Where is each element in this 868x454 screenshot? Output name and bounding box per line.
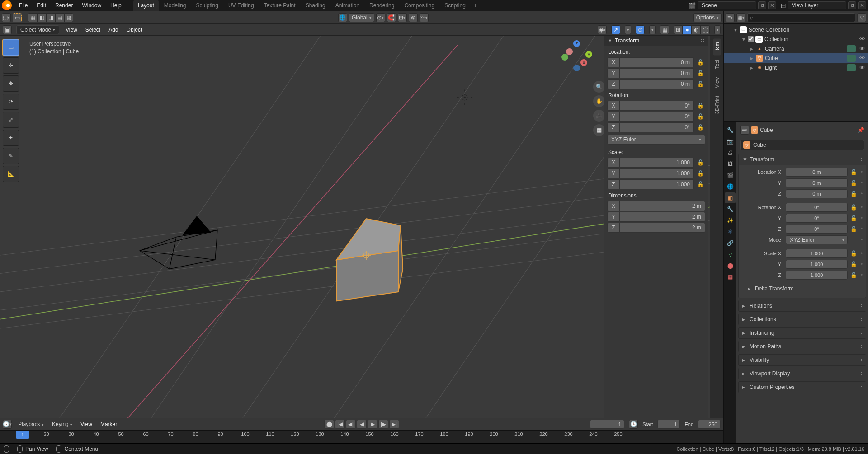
panel-header[interactable]: ▸Instancing∷ [739, 328, 866, 338]
object-name-input[interactable]: ▽Cube [740, 140, 864, 150]
prop-rot-y[interactable]: 0° [786, 214, 848, 223]
outliner-filter-icon[interactable]: ▽ [857, 13, 866, 22]
n-scl-z[interactable]: 1.000 [620, 179, 694, 189]
menu-help[interactable]: Help [106, 0, 126, 11]
tree-item-light[interactable]: ▸✺Light 👁 [724, 63, 868, 72]
lock-icon[interactable]: 🔓 [695, 181, 705, 187]
tool-select-box[interactable]: ▭ [3, 39, 19, 56]
tab-layout[interactable]: Layout [133, 0, 159, 11]
n-rotation-mode-dropdown[interactable]: XYZ Euler▾ [607, 135, 705, 145]
submenu-object[interactable]: Object [125, 26, 144, 34]
panel-header[interactable]: ▸Custom Properties∷ [739, 382, 866, 393]
lock-icon[interactable]: 🔓 [695, 159, 705, 166]
lock-icon[interactable]: 🔓 [695, 113, 705, 120]
outliner-display-mode-dropdown[interactable]: ▦▾ [736, 13, 745, 22]
ptab-object[interactable]: ◧ [725, 192, 736, 203]
prop-loc-y[interactable]: 0 m [786, 178, 848, 187]
next-keyframe-icon[interactable]: |▶ [378, 420, 388, 429]
playhead[interactable]: 1 [16, 431, 29, 439]
panel-header[interactable]: ▸Collections∷ [739, 314, 866, 325]
visibility-toggle-icon[interactable]: 👁 [859, 55, 865, 61]
prop-loc-z[interactable]: 0 m [786, 189, 848, 198]
ptab-data[interactable]: ▽ [725, 249, 736, 260]
outliner-search-input[interactable] [747, 13, 855, 22]
orientation-dropdown[interactable]: Global▾ [349, 13, 374, 22]
tool-annotate[interactable]: ✎ [3, 148, 19, 164]
play-reverse-icon[interactable]: ◀ [357, 420, 367, 429]
mode-dropdown[interactable]: Object Mode ▾ [16, 25, 59, 34]
gizmo-dd-icon[interactable]: ▾ [625, 25, 631, 34]
tool-move[interactable]: ✥ [3, 75, 19, 92]
proportional-falloff-dropdown-icon[interactable]: 〰▾ [420, 13, 429, 22]
submenu-view[interactable]: View [64, 26, 79, 34]
visibility-toggle-icon[interactable]: 👁 [859, 45, 865, 52]
lock-icon[interactable]: 🔓 [849, 250, 858, 257]
tab-modeling[interactable]: Modeling [160, 0, 191, 11]
shading-solid-icon[interactable]: ● [683, 25, 692, 34]
tab-add[interactable]: + [471, 0, 480, 11]
tab-rendering[interactable]: Rendering [365, 0, 399, 11]
tool-cursor[interactable]: ✛ [3, 57, 19, 74]
ptab-texture[interactable]: ▦ [725, 271, 736, 282]
show-overlays-icon[interactable]: ⊙ [636, 25, 645, 34]
tool-rotate[interactable]: ⟳ [3, 94, 19, 110]
n-tab-tool[interactable]: Tool [713, 56, 721, 72]
panel-transform-header[interactable]: ▼Transform∷ [739, 154, 866, 165]
menu-file[interactable]: File [14, 0, 32, 11]
prev-keyframe-icon[interactable]: ◀| [346, 420, 356, 429]
ptab-scene[interactable]: 🎬 [725, 170, 736, 181]
n-rot-x[interactable]: 0° [620, 101, 694, 111]
ptab-world[interactable]: 🌐 [725, 181, 736, 192]
tl-menu-marker[interactable]: Marker [99, 420, 119, 428]
ptab-material[interactable]: ⬤ [725, 260, 736, 271]
tl-menu-view[interactable]: View [79, 420, 94, 428]
viewlayer-delete-button[interactable]: ✕ [858, 1, 866, 9]
ptab-tool[interactable]: 🔧 [725, 125, 736, 136]
tab-uv-editing[interactable]: UV Editing [224, 0, 259, 11]
n-scl-x[interactable]: 1.000 [620, 158, 694, 168]
start-frame-input[interactable]: 1 [657, 420, 680, 429]
mode-icon[interactable]: ▣ [3, 25, 12, 34]
timeline-track[interactable]: 1 10203040506070809010011012013014015016… [0, 430, 723, 443]
show-gizmos-icon[interactable]: ↗ [611, 25, 620, 34]
ptab-constraint[interactable]: 🔗 [725, 238, 736, 248]
pin-icon[interactable]: 📌 [858, 127, 864, 133]
menu-edit[interactable]: Edit [32, 0, 51, 11]
pivot-dropdown-icon[interactable]: ⊙▾ [376, 13, 385, 22]
lock-icon[interactable]: 🔓 [695, 103, 705, 109]
editor-type-dropdown[interactable]: ⬚▾ [2, 13, 11, 22]
n-dim-z[interactable]: 2 m [620, 223, 705, 233]
properties-editor-type-dropdown[interactable]: ≡▾ [740, 126, 749, 135]
panel-header[interactable]: ▸Relations∷ [739, 300, 866, 311]
n-tab-view[interactable]: View [713, 74, 721, 92]
zoom-icon[interactable]: 🔍 [593, 81, 605, 93]
shading-rendered-icon[interactable]: ◯ [701, 25, 710, 34]
pan-icon[interactable]: ✋ [593, 95, 605, 107]
n-loc-y[interactable]: 0 m [620, 68, 694, 78]
lock-icon[interactable]: 🔓 [695, 81, 705, 87]
lock-icon[interactable]: 🔓 [849, 204, 858, 211]
snap-toggle-icon[interactable]: 🧲 [387, 13, 396, 22]
lock-icon[interactable]: 🔓 [695, 59, 705, 66]
visibility-toggle-icon[interactable]: 👁 [859, 64, 865, 71]
visibility-toggle-icon[interactable]: 👁 [859, 36, 865, 42]
tree-collection[interactable]: ▾▭Collection 👁 [724, 34, 868, 44]
n-panel-transform-header[interactable]: ▼Transform∷ [604, 36, 708, 46]
lock-icon[interactable]: 🔓 [695, 124, 705, 131]
ptab-render[interactable]: 📷 [725, 136, 736, 147]
jump-end-icon[interactable]: ▶| [389, 420, 399, 429]
xray-toggle-icon[interactable]: ▦ [660, 25, 669, 34]
panel-header[interactable]: ▸Visibility∷ [739, 355, 866, 365]
tl-menu-playback[interactable]: Playback ▾ [16, 420, 46, 428]
viewlayer-selector[interactable]: View Layer [788, 1, 846, 9]
use-preview-range-icon[interactable]: 🕓 [629, 420, 638, 429]
ptab-modifier[interactable]: 🔧 [725, 204, 736, 215]
lock-icon[interactable]: 🔓 [849, 226, 858, 232]
jump-start-icon[interactable]: |◀ [335, 420, 345, 429]
outliner-editor-type-dropdown[interactable]: ≡▾ [726, 13, 735, 22]
tool-measure[interactable]: 📐 [3, 166, 19, 182]
n-dim-y[interactable]: 2 m [620, 212, 705, 222]
proportional-toggle-icon[interactable]: ⊚ [409, 13, 418, 22]
show-tool-settings-icon[interactable]: ▭ [13, 13, 22, 22]
lock-icon[interactable]: 🔓 [849, 191, 858, 197]
